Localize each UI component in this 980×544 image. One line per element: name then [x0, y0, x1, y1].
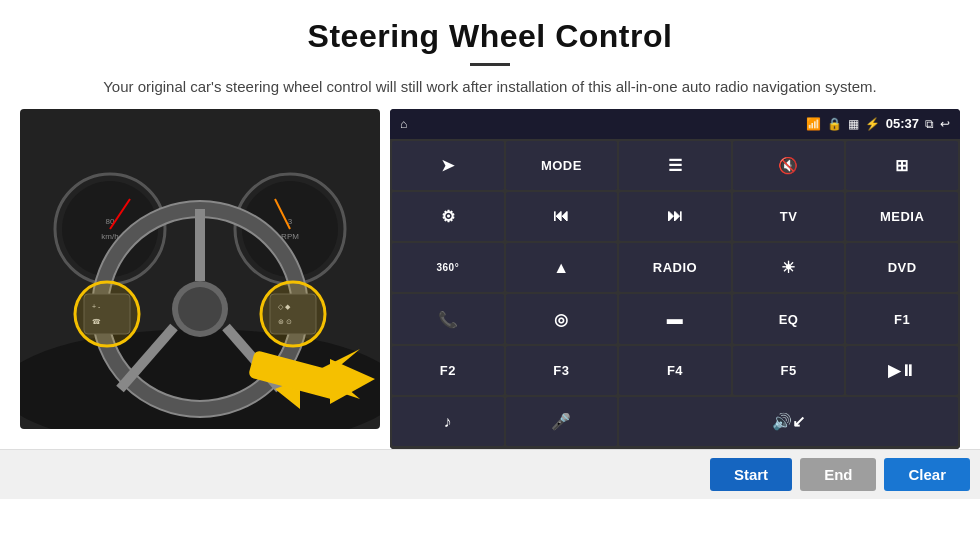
navi-icon: ◎ [554, 310, 569, 329]
svg-point-15 [178, 287, 222, 331]
f3-btn[interactable]: F3 [506, 346, 618, 395]
svg-point-25 [75, 282, 139, 346]
f3-label: F3 [553, 363, 569, 378]
navigate-btn[interactable]: ➤ [392, 141, 504, 190]
mic-btn[interactable]: 🎤 [506, 397, 618, 446]
navi-btn[interactable]: ◎ [506, 294, 618, 343]
clear-button[interactable]: Clear [884, 458, 970, 491]
music-icon: ♪ [444, 413, 453, 431]
radio-btn[interactable]: RADIO [619, 243, 731, 292]
f2-btn[interactable]: F2 [392, 346, 504, 395]
f5-btn[interactable]: F5 [733, 346, 845, 395]
main-content: 80 km/h 3 RPM [0, 109, 980, 449]
navigate-icon: ➤ [441, 156, 455, 175]
page-title: Steering Wheel Control [40, 18, 940, 55]
prev-btn[interactable]: ⏮ [506, 192, 618, 241]
status-bar-left: ⌂ [400, 117, 407, 131]
f2-label: F2 [440, 363, 456, 378]
mute-btn[interactable]: 🔇 [733, 141, 845, 190]
f5-label: F5 [781, 363, 797, 378]
status-bar: ⌂ 📶 🔒 ▦ ⚡ 05:37 ⧉ ↩ [390, 109, 960, 139]
window-icon: ⧉ [925, 117, 934, 131]
prev-icon: ⏮ [553, 207, 570, 225]
eq-btn[interactable]: EQ [733, 294, 845, 343]
settings-icon: ⚙ [441, 207, 456, 226]
header-subtitle: Your original car's steering wheel contr… [40, 76, 940, 99]
svg-point-26 [261, 282, 325, 346]
page-wrapper: Steering Wheel Control Your original car… [0, 0, 980, 499]
f1-btn[interactable]: F1 [846, 294, 958, 343]
next-icon: ⏭ [667, 207, 684, 225]
header: Steering Wheel Control Your original car… [0, 0, 980, 109]
apps-icon: ⊞ [895, 156, 909, 175]
start-button[interactable]: Start [710, 458, 792, 491]
menu-icon: ☰ [668, 156, 683, 175]
bluetooth-icon: ⚡ [865, 117, 880, 131]
tv-label: TV [780, 209, 798, 224]
apps-btn[interactable]: ⊞ [846, 141, 958, 190]
mode-btn[interactable]: MODE [506, 141, 618, 190]
music-btn[interactable]: ♪ [392, 397, 504, 446]
camera360-btn[interactable]: 360° [392, 243, 504, 292]
title-divider [470, 63, 510, 66]
media-label: MEDIA [880, 209, 924, 224]
status-time: 05:37 [886, 116, 919, 131]
back-icon[interactable]: ↩ [940, 117, 950, 131]
settings-btn[interactable]: ⚙ [392, 192, 504, 241]
bottom-bar: Start End Clear [0, 449, 980, 499]
f4-btn[interactable]: F4 [619, 346, 731, 395]
control-panel: ⌂ 📶 🔒 ▦ ⚡ 05:37 ⧉ ↩ ➤ MODE ☰ 🔇 [390, 109, 960, 449]
media-btn[interactable]: MEDIA [846, 192, 958, 241]
eq-label: EQ [779, 312, 799, 327]
f4-label: F4 [667, 363, 683, 378]
mute-icon: 🔇 [778, 156, 799, 175]
dvd-label: DVD [888, 260, 917, 275]
brightness-icon: ☀ [781, 258, 796, 277]
dvd-btn[interactable]: DVD [846, 243, 958, 292]
volume-down-icon: 🔊↙ [772, 412, 806, 431]
home-icon[interactable]: ⌂ [400, 117, 407, 131]
sim-icon: ▦ [848, 117, 859, 131]
playpause-icon: ▶⏸ [888, 361, 917, 380]
status-bar-right: 📶 🔒 ▦ ⚡ 05:37 ⧉ ↩ [806, 116, 950, 131]
eject-btn[interactable]: ▲ [506, 243, 618, 292]
mic-icon: 🎤 [551, 412, 572, 431]
phone-btn[interactable]: 📞 [392, 294, 504, 343]
wifi-icon: 📶 [806, 117, 821, 131]
menu-btn[interactable]: ☰ [619, 141, 731, 190]
eject-icon: ▲ [553, 259, 569, 277]
button-grid: ➤ MODE ☰ 🔇 ⊞ ⚙ ⏮ ⏭ TV MEDIA 360° ▲ RADIO… [390, 139, 960, 449]
playpause-btn[interactable]: ▶⏸ [846, 346, 958, 395]
camera360-icon: 360° [436, 262, 459, 273]
display-icon: ▬ [667, 310, 684, 328]
display-btn[interactable]: ▬ [619, 294, 731, 343]
car-image: 80 km/h 3 RPM [20, 109, 380, 429]
tv-btn[interactable]: TV [733, 192, 845, 241]
lock-icon: 🔒 [827, 117, 842, 131]
volume-down-btn[interactable]: 🔊↙ [619, 397, 958, 446]
phone-icon: 📞 [438, 310, 459, 329]
next-btn[interactable]: ⏭ [619, 192, 731, 241]
mode-label: MODE [541, 158, 582, 173]
end-button[interactable]: End [800, 458, 876, 491]
brightness-btn[interactable]: ☀ [733, 243, 845, 292]
radio-label: RADIO [653, 260, 697, 275]
f1-label: F1 [894, 312, 910, 327]
